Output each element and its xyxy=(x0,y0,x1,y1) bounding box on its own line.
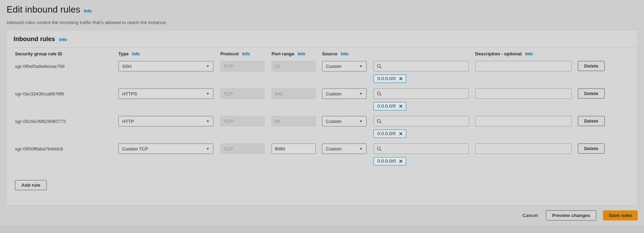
rule-id: sgr-0950fffaba784ddc6 xyxy=(15,143,118,152)
protocol-input xyxy=(220,143,265,154)
type-select[interactable]: HTTP ▼ xyxy=(118,116,213,126)
source-select[interactable]: Custom ▼ xyxy=(322,116,367,126)
delete-rule-button[interactable]: Delete xyxy=(578,88,605,99)
port-range-info-link[interactable]: Info xyxy=(298,52,305,56)
column-header-type: Type Info xyxy=(118,51,213,56)
panel-title-info-link[interactable]: Info xyxy=(59,37,67,42)
delete-rule-button[interactable]: Delete xyxy=(578,61,605,71)
source-search-input[interactable] xyxy=(384,146,466,152)
protocol-input xyxy=(220,116,265,126)
page-subtitle: Inbound rules control the incoming traff… xyxy=(7,20,644,25)
add-rule-button[interactable]: Add rule xyxy=(15,180,47,190)
cidr-value: 0.0.0.0/0 xyxy=(377,103,396,109)
dismiss-icon[interactable]: ✕ xyxy=(399,76,403,81)
source-cidr-chip: 0.0.0.0/0 ✕ xyxy=(374,157,406,165)
source-info-link[interactable]: Info xyxy=(341,52,348,56)
delete-rule-button[interactable]: Delete xyxy=(578,116,605,126)
source-cidr-chip: 0.0.0.0/0 ✕ xyxy=(374,75,406,83)
protocol-input xyxy=(220,88,265,99)
delete-rule-button[interactable]: Delete xyxy=(578,143,605,154)
bottom-strip xyxy=(0,226,644,233)
source-cidr-chip: 0.0.0.0/0 ✕ xyxy=(374,130,406,138)
column-header-rule-id: Security group rule ID xyxy=(15,51,118,56)
page-title: Edit inbound rules xyxy=(7,4,80,15)
source-select[interactable]: Custom ▼ xyxy=(322,88,367,99)
panel-title: Inbound rules xyxy=(14,36,55,43)
column-header-port-range: Port range Info xyxy=(272,51,322,56)
source-select-value: Custom xyxy=(326,146,341,152)
type-info-link[interactable]: Info xyxy=(132,52,140,56)
source-select-value: Custom xyxy=(326,64,341,69)
chevron-down-icon: ▼ xyxy=(359,147,363,150)
search-icon xyxy=(377,91,382,96)
source-search-input[interactable] xyxy=(384,91,466,96)
dismiss-icon[interactable]: ✕ xyxy=(399,131,403,136)
source-search-box[interactable] xyxy=(374,61,469,71)
chevron-down-icon: ▼ xyxy=(359,92,363,95)
search-icon xyxy=(377,64,382,69)
description-input[interactable] xyxy=(475,88,572,99)
search-icon xyxy=(377,119,382,124)
dismiss-icon[interactable]: ✕ xyxy=(399,104,403,109)
column-header-protocol: Protocol Info xyxy=(220,51,272,56)
rule-id: sgr-0ac3343fcca8876f6 xyxy=(15,88,118,96)
description-info-link[interactable]: Info xyxy=(525,52,533,56)
rule-id: sgr-05c0e26f829060772 xyxy=(15,116,118,124)
search-icon xyxy=(377,146,382,152)
source-select[interactable]: Custom ▼ xyxy=(322,143,367,154)
protocol-input xyxy=(220,61,265,71)
cidr-value: 0.0.0.0/0 xyxy=(377,158,396,164)
rule-id: sgr-0f0ef5a9e8ecee768 xyxy=(15,61,118,69)
description-input[interactable] xyxy=(475,143,572,154)
chevron-down-icon: ▼ xyxy=(206,147,210,150)
chevron-down-icon: ▼ xyxy=(206,64,210,68)
cidr-value: 0.0.0.0/0 xyxy=(377,76,396,81)
dismiss-icon[interactable]: ✕ xyxy=(399,159,403,164)
rule-row: sgr-05c0e26f829060772 HTTP ▼ Custom ▼ xyxy=(15,115,637,142)
rule-row: sgr-0ac3343fcca8876f6 HTTPS ▼ Custom ▼ xyxy=(15,87,637,115)
type-select[interactable]: Custom TCP ▼ xyxy=(118,143,213,154)
type-select-value: SSH xyxy=(122,64,132,69)
chevron-down-icon: ▼ xyxy=(206,92,210,95)
page-title-info-link[interactable]: Info xyxy=(84,9,92,14)
cidr-value: 0.0.0.0/0 xyxy=(377,131,396,136)
type-select[interactable]: HTTPS ▼ xyxy=(118,88,213,99)
port-range-input xyxy=(272,116,316,126)
chevron-down-icon: ▼ xyxy=(359,119,363,123)
save-rules-button[interactable]: Save rules xyxy=(603,210,638,220)
column-header-source: Source Info xyxy=(322,51,374,56)
rule-row: sgr-0950fffaba784ddc6 Custom TCP ▼ Custo… xyxy=(15,142,637,170)
type-select[interactable]: SSH ▼ xyxy=(118,61,213,71)
type-select-value: Custom TCP xyxy=(122,146,148,152)
source-search-box[interactable] xyxy=(374,88,469,99)
port-range-input xyxy=(272,88,316,99)
source-search-box[interactable] xyxy=(374,116,469,126)
preview-changes-button[interactable]: Preview changes xyxy=(546,210,597,220)
column-header-description: Description - optional Info xyxy=(475,51,572,56)
source-search-box[interactable] xyxy=(374,143,469,154)
cancel-button[interactable]: Cancel xyxy=(521,211,539,220)
source-select-value: Custom xyxy=(326,119,341,124)
type-select-value: HTTPS xyxy=(122,91,137,96)
footer-actions: Cancel Preview changes Save rules xyxy=(521,210,638,220)
table-header-row: Security group rule ID Type Info Protoco… xyxy=(15,48,637,60)
type-select-value: HTTP xyxy=(122,119,134,124)
inbound-rules-panel: Inbound rules Info Security group rule I… xyxy=(6,30,638,205)
source-cidr-chip: 0.0.0.0/0 ✕ xyxy=(374,102,406,110)
page-header: Edit inbound rules Info Inbound rules co… xyxy=(0,0,644,25)
source-select[interactable]: Custom ▼ xyxy=(322,61,367,71)
description-input[interactable] xyxy=(475,61,572,71)
port-range-input xyxy=(272,61,316,71)
protocol-info-link[interactable]: Info xyxy=(242,52,250,56)
source-select-value: Custom xyxy=(326,91,341,96)
description-input[interactable] xyxy=(475,116,572,126)
chevron-down-icon: ▼ xyxy=(206,119,210,123)
source-search-input[interactable] xyxy=(384,64,466,69)
port-range-input[interactable] xyxy=(272,143,316,154)
rule-row: sgr-0f0ef5a9e8ecee768 SSH ▼ Custom ▼ xyxy=(15,60,637,87)
chevron-down-icon: ▼ xyxy=(359,64,363,68)
source-search-input[interactable] xyxy=(384,119,466,124)
